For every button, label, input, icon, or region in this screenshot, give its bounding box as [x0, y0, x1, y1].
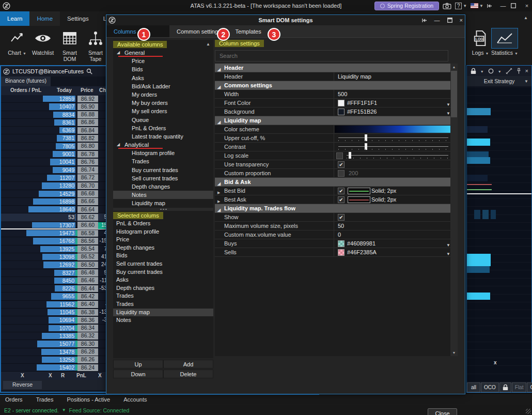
column-footer-x[interactable]: x: [494, 360, 497, 365]
selected-item-histogram-profile[interactable]: Histogram profile: [113, 228, 213, 236]
price-cell[interactable]: 86.92: [77, 96, 98, 103]
caret-down-icon[interactable]: ▼: [480, 68, 484, 74]
dialog-close-button[interactable]: Close: [428, 408, 457, 415]
selected-item-pnl-orders[interactable]: PnL & Orders: [113, 220, 213, 228]
setting-value[interactable]: [334, 151, 453, 160]
pin-left-icon[interactable]: [422, 18, 427, 23]
price-cell[interactable]: 86.76: [77, 159, 98, 166]
close-button[interactable]: ×: [460, 17, 463, 23]
tree-item-liquidity-map[interactable]: Liquidity map: [113, 199, 213, 207]
ribbon-tab-settings[interactable]: Settings: [60, 11, 96, 26]
price-cell[interactable]: 86.46: [77, 277, 98, 284]
tree-item-depth-changes[interactable]: Depth changes: [113, 182, 213, 191]
minimize-button[interactable]: —: [434, 17, 440, 23]
bottom-tab-accounts[interactable]: Accounts: [123, 396, 147, 403]
dom-row-86.84[interactable]: 636986.84: [1, 127, 107, 134]
dom-row-86.34[interactable]: 1070486.34: [1, 325, 107, 332]
tool-smart-tape[interactable]: SmartTape: [82, 28, 109, 62]
tools-icon[interactable]: [506, 68, 512, 74]
footer-label-1[interactable]: X: [49, 373, 52, 378]
delete-button[interactable]: Delete: [163, 370, 213, 378]
setting-value[interactable]: 50: [334, 222, 453, 230]
slider-track[interactable]: [347, 155, 448, 156]
price-cell[interactable]: 86.24: [77, 364, 98, 372]
scroll-up-icon[interactable]: ▲: [450, 64, 458, 70]
tree-item-my-orders[interactable]: My orders: [113, 90, 213, 99]
tree-item-trades[interactable]: Trades: [113, 157, 213, 165]
setting-value[interactable]: [334, 134, 453, 142]
dom-row-86.30[interactable]: 1507786.30: [1, 340, 107, 348]
price-cell[interactable]: 86.52: [77, 253, 98, 260]
footer-label-4[interactable]: X: [98, 373, 102, 378]
setting-value[interactable]: [334, 125, 453, 133]
selected-item-sell-current-trades[interactable]: Sell current trades: [113, 260, 213, 268]
price-cell[interactable]: 86.28: [77, 348, 98, 356]
section-header[interactable]: ◢Header: [215, 64, 453, 72]
section-bid-ask[interactable]: ◢Bid & Ask: [215, 178, 453, 187]
price-cell[interactable]: 86.70: [77, 182, 98, 190]
scroll-thumb[interactable]: [451, 71, 457, 117]
price-cell[interactable]: 86.88: [77, 111, 98, 118]
price-cell[interactable]: 86.34: [77, 325, 98, 332]
price-cell[interactable]: 86.44: [77, 285, 98, 293]
selected-item-price[interactable]: Price: [113, 236, 213, 244]
search-icon[interactable]: [86, 68, 92, 74]
tree-item-bids[interactable]: Bids: [113, 65, 213, 73]
footer-label-2[interactable]: R: [61, 373, 65, 378]
circle-icon[interactable]: [488, 68, 494, 74]
checkbox-checked[interactable]: ✔: [338, 188, 345, 194]
price-cell[interactable]: 86.36: [77, 317, 98, 324]
dom-row-86.68[interactable]: 1452986.68: [1, 190, 107, 198]
setting-value[interactable]: ✔Solid; 2px: [334, 195, 453, 204]
price-cell[interactable]: 86.40: [77, 301, 98, 308]
price-cell[interactable]: 86.50: [77, 262, 98, 269]
tree-item-asks[interactable]: Asks: [113, 74, 213, 82]
bottom-tab-trades[interactable]: Trades: [36, 396, 54, 403]
bottom-tab-orders[interactable]: Orders: [5, 396, 23, 403]
price-cell[interactable]: 86.48: [77, 269, 98, 276]
minimize-button[interactable]: —: [499, 3, 507, 9]
dom-row-86.92[interactable]: 1285986.92: [1, 95, 107, 103]
dom-row-86.42[interactable]: 965586.42: [1, 293, 107, 300]
selected-item-notes[interactable]: Notes: [113, 316, 213, 325]
column-header-orders-pnl[interactable]: Orders / PnL: [10, 87, 41, 93]
setting-value[interactable]: #46F2385A▼: [334, 248, 453, 256]
tree-item-sell-current-trades[interactable]: Sell current trades: [113, 174, 213, 182]
c-button[interactable]: C: [527, 382, 532, 392]
footer-label-3[interactable]: PnL: [76, 373, 86, 378]
price-cell[interactable]: 86.30: [77, 341, 98, 348]
dom-row-86.46[interactable]: 845086.46-11: [1, 277, 107, 285]
caret-down-icon[interactable]: ▼: [498, 68, 502, 74]
selected-item-asks[interactable]: Asks: [113, 276, 213, 284]
checkbox-checked[interactable]: ✔: [338, 196, 345, 203]
dom-row-86.70[interactable]: 1328086.70: [1, 182, 107, 190]
price-cell[interactable]: 86.90: [77, 103, 98, 111]
tool-logs[interactable]: LOGLogs▼: [466, 28, 494, 56]
price-cell[interactable]: 86.42: [77, 293, 98, 300]
bottom-tab-positions-active[interactable]: Positions - Active: [67, 396, 110, 403]
spring-registration-button[interactable]: Spring Registration: [374, 2, 439, 10]
dom-row-86.50[interactable]: 1269286.5024: [1, 261, 107, 269]
price-cell[interactable]: 86.58: [77, 230, 98, 237]
dom-row-86.88[interactable]: 883486.88: [1, 111, 107, 119]
selected-item-buy-current-trades[interactable]: Buy current trades: [113, 268, 213, 276]
dom-row-86.82[interactable]: 738186.82: [1, 134, 107, 142]
dom-row-86.44[interactable]: 822686.44-53: [1, 285, 107, 293]
price-cell[interactable]: 86.86: [77, 119, 98, 126]
price-cell[interactable]: 86.66: [77, 198, 98, 205]
price-cell[interactable]: 86.64: [77, 206, 98, 213]
tool-chart[interactable]: Chart▼: [3, 28, 31, 56]
connection-status[interactable]: E2 - server connected.: [4, 407, 59, 413]
dom-row-86.32[interactable]: 1338586.32: [1, 332, 107, 340]
dom-row-86.28[interactable]: 1347886.28: [1, 348, 107, 356]
scroll-down-icon[interactable]: ▼: [450, 349, 458, 356]
tree-item-price[interactable]: Price: [113, 57, 213, 65]
setting-value[interactable]: ✔: [334, 213, 453, 221]
selected-item-depth-changes[interactable]: Depth changes: [113, 244, 213, 252]
setting-value[interactable]: 0: [334, 230, 453, 239]
dom-row-86.66[interactable]: 1689886.66: [1, 198, 107, 206]
dom-row-86.56[interactable]: 1676886.56-15: [1, 237, 107, 245]
dom-row-86.24[interactable]: 1540286.24: [1, 364, 107, 372]
section-liquidity-map[interactable]: ◢Liquidity map: [215, 116, 453, 125]
flat-button[interactable]: Flat: [512, 382, 527, 392]
